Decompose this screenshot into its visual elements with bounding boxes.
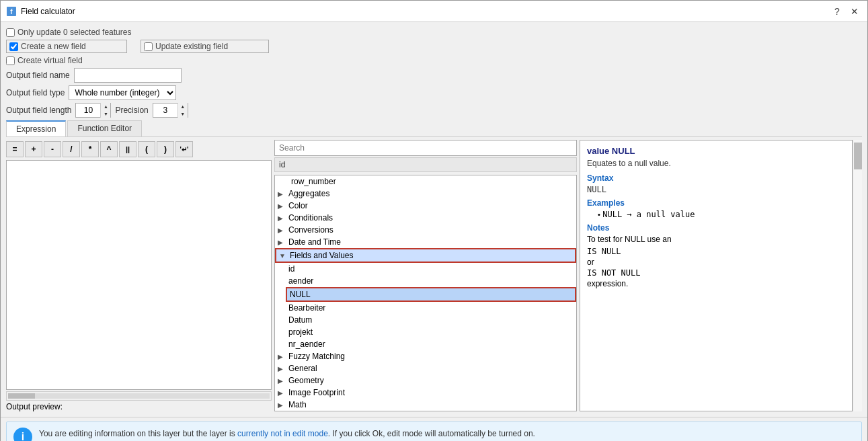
help-example-item: • NULL → a null value <box>598 210 845 219</box>
help-notes-or: or <box>587 257 845 267</box>
expression-panel: = + - / * ^ || ( ) '↵' <box>6 140 272 411</box>
length-down-btn[interactable]: ▼ <box>101 110 110 118</box>
operator-lparen-btn[interactable]: ( <box>138 141 155 157</box>
tree-item-color[interactable]: ▶ Color <box>275 200 576 212</box>
operator-plus-btn[interactable]: + <box>25 141 42 157</box>
output-preview-row: Output preview: <box>6 402 272 411</box>
precision-input[interactable] <box>153 104 177 117</box>
operator-concat-btn[interactable]: || <box>119 141 136 157</box>
only-update-checkbox[interactable] <box>6 28 15 37</box>
window-title: Field calculator <box>21 7 75 16</box>
tree-item-general[interactable]: ▶ General <box>275 362 576 374</box>
tree-item-fields-values[interactable]: ▼ Fields and Values <box>275 248 576 263</box>
output-field-name-input[interactable] <box>74 68 182 83</box>
expression-editor[interactable] <box>6 160 272 390</box>
output-field-length-spinner[interactable]: ▲ ▼ <box>75 103 111 118</box>
operator-equals-btn[interactable]: = <box>6 141 24 157</box>
update-existing-field-checkbox[interactable] <box>144 42 153 51</box>
tree-children-fields-values: id aender NULL Bearbeiter Datum <box>275 263 576 350</box>
tabs-row: Expression Function Editor <box>6 120 862 137</box>
main-area: = + - / * ^ || ( ) '↵' <box>6 140 862 411</box>
scrollbar-thumb <box>8 393 35 399</box>
tree-item-image-footprint[interactable]: ▶ Image Footprint <box>275 387 576 399</box>
precision-up-btn[interactable]: ▲ <box>178 103 188 110</box>
main-content: Only update 0 selected features Create a… <box>1 22 867 417</box>
help-vertical-scrollbar[interactable] <box>853 140 862 411</box>
function-tree: row_number ▶ Aggregates ▶ Color ▶ <box>274 175 577 411</box>
precision-down-btn[interactable]: ▼ <box>178 110 188 118</box>
tree-item-bearbeiter[interactable]: Bearbeiter <box>286 302 576 314</box>
scrollbar-track <box>8 393 270 399</box>
title-bar: f Field calculator ? ✕ <box>1 1 867 22</box>
horizontal-scrollbar[interactable] <box>6 391 272 401</box>
tree-item-id[interactable]: id <box>286 263 576 275</box>
info-bar: i You are editing information on this la… <box>6 422 862 441</box>
precision-spinner[interactable]: ▲ ▼ <box>153 103 188 118</box>
create-new-field-checkbox[interactable] <box>9 42 18 51</box>
help-title-button[interactable]: ? <box>830 5 844 18</box>
help-title: value NULL <box>587 146 845 156</box>
tree-item-date-time[interactable]: ▶ Date and Time <box>275 236 576 248</box>
bottom-bar: i You are editing information on this la… <box>1 417 867 441</box>
tree-item-datum[interactable]: Datum <box>286 314 576 326</box>
info-text: You are editing information on this laye… <box>39 428 535 440</box>
operator-rparen-btn[interactable]: ) <box>157 141 174 157</box>
operator-divide-btn[interactable]: / <box>63 141 80 157</box>
output-field-type-row: Output field type Whole number (integer) <box>6 85 862 100</box>
toolbar-row: = + - / * ^ || ( ) '↵' <box>6 140 272 159</box>
title-bar-left: f Field calculator <box>6 6 75 17</box>
close-button[interactable]: ✕ <box>847 5 862 18</box>
functions-panel: id row_number ▶ Aggregates ▶ <box>274 140 577 411</box>
virtual-field-checkbox[interactable] <box>6 56 15 65</box>
create-new-field-label[interactable]: Create a new field <box>9 42 86 51</box>
update-existing-field-box: Update existing field <box>141 40 269 53</box>
help-notes-text1: To test for NULL use an <box>587 235 845 244</box>
tree-item-row-number[interactable]: row_number <box>275 175 576 188</box>
help-scrollbar-thumb <box>854 143 862 169</box>
only-update-row: Only update 0 selected features <box>6 28 862 37</box>
virtual-field-row: Create virtual field <box>6 56 862 65</box>
only-update-label[interactable]: Only update 0 selected features <box>6 28 131 37</box>
tree-item-projekt[interactable]: projekt <box>286 326 576 338</box>
output-field-name-row: Output field name <box>6 68 862 83</box>
tab-expression[interactable]: Expression <box>6 120 66 136</box>
output-field-type-select[interactable]: Whole number (integer) <box>69 85 176 100</box>
field-calculator-window: f Field calculator ? ✕ Only update 0 sel… <box>0 0 868 441</box>
info-icon: i <box>13 428 32 441</box>
tree-item-aggregates[interactable]: ▶ Aggregates <box>275 188 576 200</box>
update-existing-field-label[interactable]: Update existing field <box>144 42 228 51</box>
virtual-field-label[interactable]: Create virtual field <box>6 56 83 65</box>
tree-item-fuzzy-matching[interactable]: ▶ Fuzzy Matching <box>275 350 576 362</box>
help-notes-code1: IS NULL <box>587 247 845 256</box>
help-notes-text2: expression. <box>587 279 845 288</box>
operator-multiply-btn[interactable]: * <box>81 141 99 157</box>
title-bar-controls: ? ✕ <box>830 5 862 18</box>
tab-function-editor[interactable]: Function Editor <box>67 120 142 136</box>
output-field-length-input[interactable] <box>76 104 100 117</box>
operator-caret-btn[interactable]: ^ <box>100 141 118 157</box>
tree-item-math[interactable]: ▶ Math <box>275 399 576 411</box>
help-examples-label: Examples <box>587 198 845 208</box>
operator-newline-btn[interactable]: '↵' <box>175 141 193 157</box>
tree-item-conversions[interactable]: ▶ Conversions <box>275 224 576 236</box>
id-bar: id <box>274 157 577 172</box>
tree-item-aender[interactable]: aender <box>286 275 576 287</box>
calculator-icon: f <box>6 6 17 17</box>
help-description: Equates to a null value. <box>587 159 845 168</box>
tree-item-null[interactable]: NULL <box>286 287 576 302</box>
create-new-field-box: Create a new field <box>6 40 127 53</box>
help-notes-label: Notes <box>587 223 845 233</box>
output-field-length-row: Output field length ▲ ▼ Precision ▲ ▼ <box>6 103 862 118</box>
search-input[interactable] <box>274 140 577 156</box>
help-syntax-label: Syntax <box>587 173 845 183</box>
help-panel: value NULL Equates to a null value. Synt… <box>580 140 853 411</box>
length-up-btn[interactable]: ▲ <box>101 103 110 110</box>
help-notes-code2: IS NOT NULL <box>587 268 845 278</box>
field-options-row: Create a new field Update existing field <box>6 40 862 53</box>
help-panel-wrap: value NULL Equates to a null value. Synt… <box>580 140 862 411</box>
tree-item-nr-aender[interactable]: nr_aender <box>286 338 576 350</box>
help-syntax-code: NULL <box>587 185 845 194</box>
tree-item-conditionals[interactable]: ▶ Conditionals <box>275 212 576 224</box>
tree-item-geometry[interactable]: ▶ Geometry <box>275 374 576 387</box>
operator-minus-btn[interactable]: - <box>44 141 61 157</box>
